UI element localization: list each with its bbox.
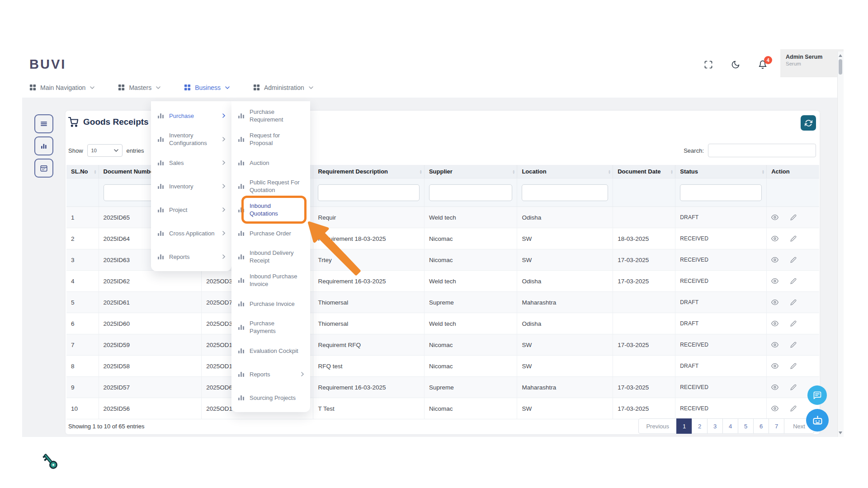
column-header-requirement-description[interactable]: Requirement Description▲▼ [313,165,424,178]
column-header-location[interactable]: Location▲▼ [517,165,613,178]
vertical-scrollbar[interactable] [837,52,844,437]
pagination-page-6[interactable]: 6 [753,418,769,434]
column-header-status[interactable]: Status▲▼ [675,165,767,178]
chat-fab-button[interactable] [807,385,827,405]
filter-input-location[interactable] [522,184,608,201]
pagination-previous-button[interactable]: Previous [638,418,677,434]
column-header-supplier[interactable]: Supplier▲▼ [425,165,518,178]
chevron-right-icon [222,113,225,118]
filter-input-supplier[interactable] [429,184,513,201]
menu-item-sales[interactable]: Sales [151,151,231,174]
submenu-item-purchase-order[interactable]: Purchase Order [231,221,310,245]
filter-cell-location [517,178,613,206]
refresh-button[interactable] [801,115,816,131]
notification-bell-icon[interactable]: 4 [758,60,768,70]
submenu-item-sourcing-projects[interactable]: Sourcing Projects [231,386,310,409]
view-eye-icon[interactable] [771,384,778,391]
view-eye-icon[interactable] [771,214,778,221]
edit-pencil-icon[interactable] [790,214,797,221]
view-eye-icon[interactable] [771,362,778,370]
submenu-item-auction[interactable]: Auction [231,151,310,174]
menu-item-cross-application[interactable]: Cross Application [151,221,231,245]
scrollbar-thumb[interactable] [839,59,842,75]
bar-chart-icon [238,230,245,236]
filter-input-requirement-description[interactable] [318,184,419,201]
page-title: Goods Receipts [68,117,149,127]
cell-requirement-description: Trtey [313,249,424,270]
submenu-item-inbound-quotations[interactable]: Inbound Quotations [231,198,310,221]
view-eye-icon[interactable] [771,277,778,285]
cell-sl-no: 9 [66,377,99,398]
menu-item-label: Purchase Payments [250,319,300,335]
submenu-item-reports[interactable]: Reports [231,362,310,386]
user-menu[interactable]: Admin Serum Serum [780,49,844,80]
column-header-label: SL.No [71,168,88,175]
submenu-item-purchase-payments[interactable]: Purchase Payments [231,315,310,339]
edit-pencil-icon[interactable] [790,342,797,348]
submenu-item-public-request-for-quotation[interactable]: Public Request For Quotation [231,174,310,198]
submenu-item-inbound-purchase-invoice[interactable]: Inbound Purchase Invoice [231,268,310,292]
menu-item-project[interactable]: Project [151,198,231,221]
table-row: 102025ID562025OD10T TestNicomacSW17-03-2… [66,398,819,419]
scrollbar-up-arrow[interactable] [839,54,842,57]
edit-pencil-icon[interactable] [790,235,797,242]
edit-pencil-icon[interactable] [790,278,797,284]
cell-sl-no: 2 [66,228,99,249]
edit-pencil-icon[interactable] [790,405,797,412]
view-eye-icon[interactable] [771,405,778,412]
view-eye-icon[interactable] [771,341,778,348]
page-size-select[interactable]: 10 [87,144,123,157]
sidebar-calendar-button[interactable] [34,159,53,178]
column-header-label: Status [680,168,698,175]
sidebar-menu-button[interactable] [34,114,53,133]
menu-item-reports[interactable]: Reports [151,245,231,268]
menu-item-inventory-configurations[interactable]: Inventory Configurations [151,127,231,151]
grid-icon [118,84,125,91]
assistant-bot-fab-button[interactable] [806,409,829,432]
menu-item-inventory[interactable]: Inventory [151,174,231,198]
edit-pencil-icon[interactable] [790,257,797,263]
submenu-item-purchase-requirement[interactable]: Purchase Requirement [231,104,310,127]
cell-document-date [613,207,675,228]
column-header-document-date[interactable]: Document Date▲▼ [613,165,675,178]
nav-item-business[interactable]: Business [184,84,230,91]
submenu-item-inbound-delivery-receipt[interactable]: Inbound Delivery Receipt [231,245,310,268]
pagination-page-5[interactable]: 5 [738,418,754,434]
edit-pencil-icon[interactable] [790,299,797,305]
cell-status: RECEIVED [675,377,767,398]
sidebar-chart-button[interactable] [34,136,53,155]
view-eye-icon[interactable] [771,299,778,306]
cell-requirement-description: Requir [313,207,424,228]
menu-item-purchase[interactable]: Purchase [151,104,231,127]
cell-document-date [613,356,675,376]
column-header-sl-no[interactable]: SL.No▲▼ [66,165,99,178]
view-eye-icon[interactable] [771,256,778,263]
dark-mode-moon-icon[interactable] [731,60,741,70]
chevron-down-icon [114,149,118,152]
submenu-item-purchase-invoice[interactable]: Purchase Invoice [231,292,310,315]
nav-item-administration[interactable]: Administration [253,84,313,91]
chat-bubble-icon [813,391,822,400]
scrollbar-down-arrow[interactable] [839,432,842,434]
pagination-page-1[interactable]: 1 [676,418,692,434]
submenu-item-evaluation-cockpit[interactable]: Evaluation Cockpit [231,339,310,362]
fullscreen-icon[interactable] [703,60,713,70]
pagination-page-4[interactable]: 4 [722,418,738,434]
hamburger-icon [40,120,48,128]
submenu-item-request-for-proposal[interactable]: Request for Proposal [231,127,310,151]
cell-supplier: Nicomac [425,398,518,419]
nav-item-main-navigation[interactable]: Main Navigation [29,84,94,91]
cell-location: Odisha [517,207,613,228]
edit-pencil-icon[interactable] [790,384,797,390]
search-input[interactable] [708,144,816,157]
pagination-page-2[interactable]: 2 [692,418,708,434]
cell-status: RECEIVED [675,271,767,291]
nav-item-masters[interactable]: Masters [118,84,160,91]
edit-pencil-icon[interactable] [790,320,797,327]
edit-pencil-icon[interactable] [790,363,797,369]
view-eye-icon[interactable] [771,320,778,327]
pagination-page-3[interactable]: 3 [707,418,723,434]
pagination-page-7[interactable]: 7 [769,418,784,434]
view-eye-icon[interactable] [771,235,778,242]
filter-input-status[interactable] [680,184,762,201]
